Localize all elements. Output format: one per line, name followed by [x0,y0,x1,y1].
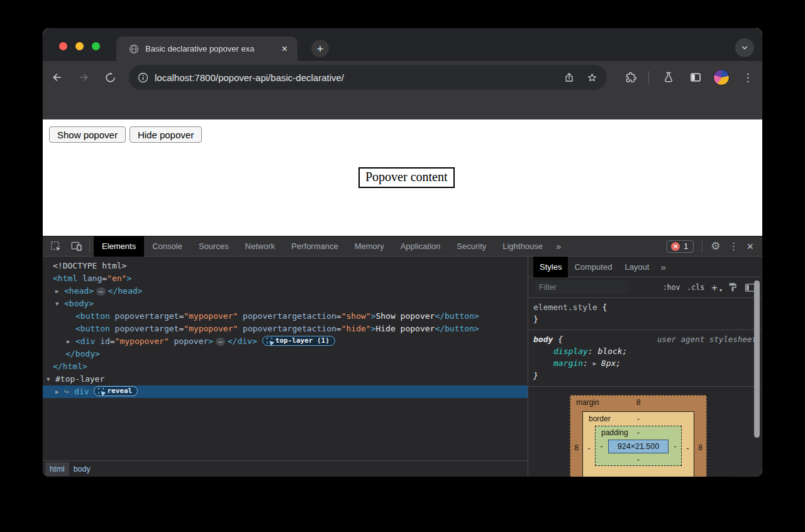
tree-line-html-open[interactable]: <html lang="en"> [43,272,528,285]
reload-icon [104,72,116,84]
property-name: margin [553,358,583,368]
code-token: Hide popover [375,324,435,333]
scrollbar-thumb[interactable] [754,280,760,438]
device-toolbar-button[interactable] [68,238,84,255]
box-model-content[interactable]: 924×21.500 [608,440,669,453]
margin-top-value[interactable]: 8 [570,398,706,407]
expand-ellipsis-button[interactable]: … [96,287,106,296]
css-property-margin[interactable]: margin: ▶ 8px; [533,357,757,370]
disclosure-arrow-icon[interactable]: ▼ [55,297,64,310]
error-count-badge[interactable]: ✕ 1 [667,240,694,253]
tab-elements[interactable]: Elements [94,236,144,257]
element-style-rule[interactable]: element.style { } [528,298,762,330]
tab-styles[interactable]: Styles [533,257,568,277]
tab-layout[interactable]: Layout [618,257,655,277]
tree-line-top-layer[interactable]: ▼#top-layer [43,373,528,385]
margin-left-value[interactable]: 8 [570,443,582,452]
more-tabs-button[interactable]: » [551,241,566,252]
show-popover-button[interactable]: Show popover [49,126,126,143]
css-property-display[interactable]: display: block; [533,345,757,357]
reload-button[interactable] [100,67,120,87]
share-icon[interactable] [564,72,575,83]
breadcrumb-html[interactable]: html [45,462,69,476]
tab-security[interactable]: Security [448,236,494,257]
extensions-button[interactable] [624,65,638,90]
address-bar[interactable]: localhost:7800/popover-api/basic-declara… [129,65,607,90]
top-layer-badge[interactable]: top-layer (1) [262,336,335,346]
styles-filter-input[interactable] [535,280,629,294]
forward-button[interactable] [74,67,94,87]
maximize-window-button[interactable] [92,42,100,50]
tab-computed[interactable]: Computed [568,257,618,277]
disclosure-arrow-icon[interactable]: ▶ [55,385,64,398]
more-styles-tabs-button[interactable]: » [655,262,670,272]
tab-sources[interactable]: Sources [191,236,237,257]
devtools-menu-icon[interactable]: ⋮ [728,240,738,252]
browser-menu-button[interactable]: ⋮ [743,65,752,90]
site-info-icon[interactable] [138,72,148,83]
disclosure-arrow-icon[interactable]: ▶ [67,335,75,348]
browser-tab[interactable]: Basic declarative popover exa × [116,36,297,61]
close-window-button[interactable] [59,42,67,50]
border-top-value[interactable]: - [583,414,694,423]
profile-button[interactable] [713,65,730,90]
code-token: <html [53,274,77,283]
tab-performance[interactable]: Performance [283,236,346,257]
puzzle-icon [625,71,637,84]
new-style-rule-button[interactable]: +▾ [711,282,721,293]
box-model-border[interactable]: border - - - padding - - - - 924×21.500 [582,411,694,477]
new-tab-button[interactable]: + [311,40,329,57]
tab-network[interactable]: Network [237,236,284,257]
padding-right-value[interactable]: - [669,442,681,451]
back-button[interactable] [47,67,67,87]
disclosure-arrow-icon[interactable]: ▶ [55,285,64,297]
open-brace: { [597,302,608,312]
box-model-margin[interactable]: margin 8 8 8 border - - - padding - - - [570,395,707,477]
reveal-badge[interactable]: reveal [94,386,138,396]
box-model-padding[interactable]: padding - - - - 924×21.500 [595,426,682,466]
padding-top-value[interactable]: - [596,428,681,437]
tree-line-html-close[interactable]: </html> [43,360,528,373]
tab-application[interactable]: Application [392,236,449,257]
tree-line-popover-div[interactable]: ▶<div id="mypopover" popover>…</div>top-… [43,335,528,348]
dom-breadcrumbs: html body [43,460,528,477]
padding-bottom-value[interactable]: - [596,455,681,464]
hide-popover-button[interactable]: Hide popover [130,126,202,143]
devtools-close-icon[interactable]: × [747,241,753,252]
code-token: Show popover [375,311,435,321]
tab-lighthouse[interactable]: Lighthouse [494,236,551,257]
disclosure-arrow-icon[interactable]: ▼ [47,373,55,385]
settings-gear-icon[interactable]: ⚙ [711,240,720,253]
tree-line-doctype[interactable]: <!DOCTYPE html> [43,260,528,272]
border-left-value[interactable]: - [583,444,595,453]
body-user-agent-rule[interactable]: user agent stylesheet body { display: bl… [528,330,762,387]
tab-close-icon[interactable]: × [278,44,291,54]
inspect-element-button[interactable] [48,238,64,255]
toggle-hover-button[interactable]: :hov [663,283,680,292]
margin-right-value[interactable]: 8 [694,443,706,452]
tree-line-body-open[interactable]: ▼<body> [43,297,528,310]
bookmark-star-icon[interactable] [586,72,598,84]
tab-console[interactable]: Console [144,236,191,257]
breadcrumb-body[interactable]: body [69,462,95,476]
tree-line-body-close[interactable]: </body> [43,348,528,360]
globe-favicon-icon [129,44,139,54]
url-text: localhost:7800/popover-api/basic-declara… [155,72,552,83]
tree-line-hide-button[interactable]: <button popovertarget="mypopover" popove… [43,323,528,335]
tree-line-head[interactable]: ▶<head>…</head> [43,285,528,297]
expand-ellipsis-button[interactable]: … [216,338,225,346]
rendering-emulation-icon[interactable] [728,282,738,292]
tab-memory[interactable]: Memory [347,236,392,257]
experiments-button[interactable] [661,65,676,90]
devtools-panel: Elements Console Sources Network Perform… [43,236,762,477]
code-token: </div> [228,336,257,346]
border-right-value[interactable]: - [682,444,694,453]
side-panel-button[interactable] [688,65,703,90]
padding-left-value[interactable]: - [596,442,608,451]
tab-search-button[interactable] [735,38,754,57]
badge-label: reveal [107,385,132,397]
tree-line-top-layer-div-selected[interactable]: ▶↪divreveal [43,385,528,398]
tree-line-show-button[interactable]: <button popovertarget="mypopover" popove… [43,310,528,323]
toggle-class-button[interactable]: .cls [687,283,704,292]
minimize-window-button[interactable] [75,42,84,50]
